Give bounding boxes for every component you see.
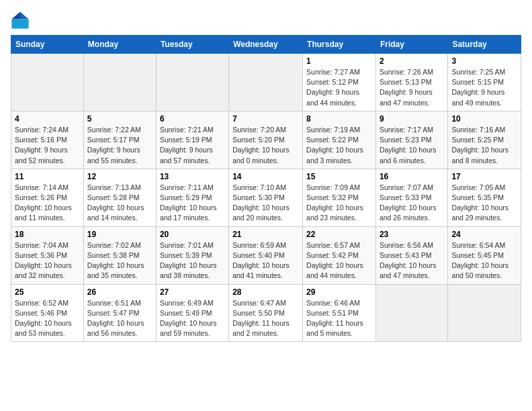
calendar-cell: 24Sunrise: 6:54 AMSunset: 5:45 PMDayligh…	[448, 226, 521, 284]
calendar-cell: 25Sunrise: 6:52 AMSunset: 5:46 PMDayligh…	[11, 284, 84, 342]
day-info: Sunrise: 6:56 AMSunset: 5:43 PMDaylight:…	[380, 240, 444, 281]
day-number: 24	[451, 230, 517, 239]
calendar-cell: 1Sunrise: 7:27 AMSunset: 5:12 PMDaylight…	[303, 54, 376, 111]
weekday-header-thursday: Thursday	[303, 36, 376, 54]
weekday-header-tuesday: Tuesday	[156, 36, 228, 54]
calendar-cell: 28Sunrise: 6:47 AMSunset: 5:50 PMDayligh…	[229, 284, 303, 342]
calendar-week-row: 25Sunrise: 6:52 AMSunset: 5:46 PMDayligh…	[11, 284, 521, 342]
day-info: Sunrise: 7:02 AMSunset: 5:38 PMDaylight:…	[87, 240, 152, 281]
calendar-cell: 18Sunrise: 7:04 AMSunset: 5:36 PMDayligh…	[11, 226, 84, 284]
day-info: Sunrise: 7:04 AMSunset: 5:36 PMDaylight:…	[15, 240, 80, 281]
calendar-cell: 12Sunrise: 7:13 AMSunset: 5:28 PMDayligh…	[83, 169, 156, 226]
day-info: Sunrise: 6:52 AMSunset: 5:46 PMDaylight:…	[15, 298, 80, 339]
weekday-header-sunday: Sunday	[11, 36, 84, 54]
weekday-header-friday: Friday	[375, 36, 447, 54]
logo	[11, 11, 32, 30]
day-number: 1	[306, 56, 372, 66]
day-info: Sunrise: 7:05 AMSunset: 5:35 PMDaylight:…	[451, 183, 517, 224]
day-info: Sunrise: 7:27 AMSunset: 5:12 PMDaylight:…	[306, 67, 372, 108]
calendar-cell: 2Sunrise: 7:26 AMSunset: 5:13 PMDaylight…	[375, 54, 447, 111]
day-number: 3	[451, 56, 517, 66]
day-number: 29	[306, 287, 372, 297]
logo-icon	[11, 11, 30, 30]
day-info: Sunrise: 7:01 AMSunset: 5:39 PMDaylight:…	[160, 240, 225, 281]
day-info: Sunrise: 7:10 AMSunset: 5:30 PMDaylight:…	[232, 183, 299, 224]
day-number: 23	[380, 230, 444, 239]
svg-marker-2	[11, 11, 20, 19]
day-number: 21	[232, 230, 299, 239]
day-number: 19	[87, 230, 152, 239]
calendar-cell: 23Sunrise: 6:56 AMSunset: 5:43 PMDayligh…	[375, 226, 447, 284]
calendar-cell: 14Sunrise: 7:10 AMSunset: 5:30 PMDayligh…	[229, 169, 303, 226]
day-info: Sunrise: 7:13 AMSunset: 5:28 PMDaylight:…	[87, 183, 152, 224]
day-info: Sunrise: 7:25 AMSunset: 5:15 PMDaylight:…	[451, 67, 517, 108]
day-info: Sunrise: 7:24 AMSunset: 5:16 PMDaylight:…	[15, 125, 80, 166]
day-number: 20	[160, 230, 225, 239]
calendar-cell: 5Sunrise: 7:22 AMSunset: 5:17 PMDaylight…	[83, 111, 156, 169]
svg-marker-0	[20, 11, 29, 19]
calendar-cell: 21Sunrise: 6:59 AMSunset: 5:40 PMDayligh…	[229, 226, 303, 284]
calendar-cell	[83, 54, 156, 111]
weekday-header-saturday: Saturday	[448, 36, 521, 54]
day-info: Sunrise: 7:16 AMSunset: 5:25 PMDaylight:…	[451, 125, 517, 166]
day-info: Sunrise: 7:11 AMSunset: 5:29 PMDaylight:…	[160, 183, 225, 224]
calendar-cell	[229, 54, 303, 111]
calendar-cell: 4Sunrise: 7:24 AMSunset: 5:16 PMDaylight…	[11, 111, 84, 169]
day-number: 18	[15, 230, 80, 239]
calendar-week-row: 4Sunrise: 7:24 AMSunset: 5:16 PMDaylight…	[11, 111, 521, 169]
day-number: 7	[232, 114, 299, 124]
calendar-cell: 16Sunrise: 7:07 AMSunset: 5:33 PMDayligh…	[375, 169, 447, 226]
calendar-week-row: 1Sunrise: 7:27 AMSunset: 5:12 PMDaylight…	[11, 54, 521, 111]
day-number: 13	[160, 172, 225, 181]
calendar-table: SundayMondayTuesdayWednesdayThursdayFrid…	[11, 35, 521, 342]
day-info: Sunrise: 6:59 AMSunset: 5:40 PMDaylight:…	[232, 240, 299, 281]
day-number: 5	[87, 114, 152, 124]
day-number: 22	[306, 230, 372, 239]
day-number: 14	[232, 172, 299, 181]
day-number: 8	[306, 114, 372, 124]
day-info: Sunrise: 7:21 AMSunset: 5:19 PMDaylight:…	[160, 125, 225, 166]
calendar-cell: 10Sunrise: 7:16 AMSunset: 5:25 PMDayligh…	[448, 111, 521, 169]
calendar-cell: 27Sunrise: 6:49 AMSunset: 5:49 PMDayligh…	[156, 284, 228, 342]
calendar-cell: 7Sunrise: 7:20 AMSunset: 5:20 PMDaylight…	[229, 111, 303, 169]
day-number: 16	[380, 172, 444, 181]
day-info: Sunrise: 7:26 AMSunset: 5:13 PMDaylight:…	[380, 67, 444, 108]
day-info: Sunrise: 6:57 AMSunset: 5:42 PMDaylight:…	[306, 240, 372, 281]
day-info: Sunrise: 7:20 AMSunset: 5:20 PMDaylight:…	[232, 125, 299, 166]
day-number: 2	[380, 56, 444, 66]
calendar-cell: 20Sunrise: 7:01 AMSunset: 5:39 PMDayligh…	[156, 226, 228, 284]
page-header	[11, 11, 521, 30]
day-info: Sunrise: 6:46 AMSunset: 5:51 PMDaylight:…	[306, 298, 372, 339]
calendar-cell: 3Sunrise: 7:25 AMSunset: 5:15 PMDaylight…	[448, 54, 521, 111]
calendar-cell: 29Sunrise: 6:46 AMSunset: 5:51 PMDayligh…	[303, 284, 376, 342]
calendar-cell: 8Sunrise: 7:19 AMSunset: 5:22 PMDaylight…	[303, 111, 376, 169]
day-number: 6	[160, 114, 225, 124]
day-info: Sunrise: 6:49 AMSunset: 5:49 PMDaylight:…	[160, 298, 225, 339]
svg-marker-1	[11, 19, 28, 29]
day-number: 4	[15, 114, 80, 124]
day-number: 15	[306, 172, 372, 181]
day-info: Sunrise: 6:54 AMSunset: 5:45 PMDaylight:…	[451, 240, 517, 281]
day-info: Sunrise: 7:22 AMSunset: 5:17 PMDaylight:…	[87, 125, 152, 166]
calendar-cell	[11, 54, 84, 111]
day-info: Sunrise: 7:17 AMSunset: 5:23 PMDaylight:…	[380, 125, 444, 166]
day-number: 28	[232, 287, 299, 297]
calendar-cell	[156, 54, 228, 111]
day-number: 11	[15, 172, 80, 181]
day-info: Sunrise: 7:19 AMSunset: 5:22 PMDaylight:…	[306, 125, 372, 166]
day-number: 26	[87, 287, 152, 297]
day-number: 10	[451, 114, 517, 124]
calendar-cell: 17Sunrise: 7:05 AMSunset: 5:35 PMDayligh…	[448, 169, 521, 226]
day-info: Sunrise: 7:07 AMSunset: 5:33 PMDaylight:…	[380, 183, 444, 224]
day-number: 25	[15, 287, 80, 297]
weekday-header-wednesday: Wednesday	[229, 36, 303, 54]
day-number: 12	[87, 172, 152, 181]
calendar-cell: 26Sunrise: 6:51 AMSunset: 5:47 PMDayligh…	[83, 284, 156, 342]
day-info: Sunrise: 7:09 AMSunset: 5:32 PMDaylight:…	[306, 183, 372, 224]
day-number: 9	[380, 114, 444, 124]
calendar-cell: 11Sunrise: 7:14 AMSunset: 5:26 PMDayligh…	[11, 169, 84, 226]
weekday-header-row: SundayMondayTuesdayWednesdayThursdayFrid…	[11, 36, 521, 54]
calendar-cell	[448, 284, 521, 342]
day-number: 17	[451, 172, 517, 181]
calendar-cell	[375, 284, 447, 342]
